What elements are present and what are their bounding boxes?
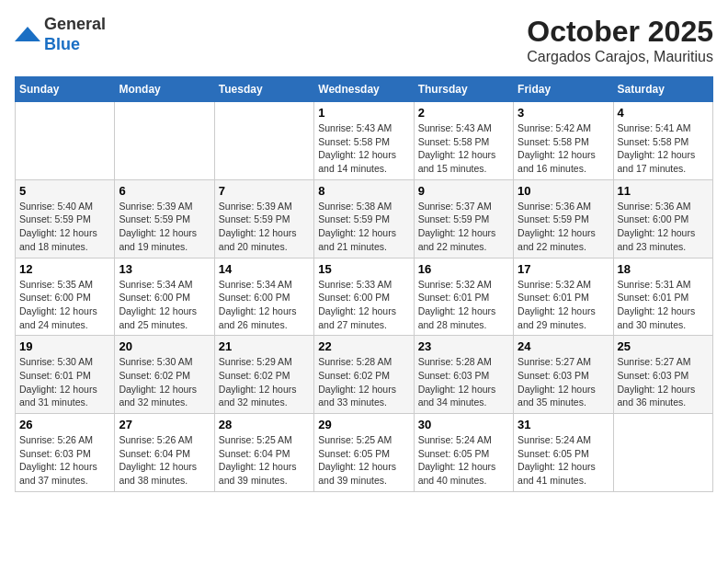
day-cell: 25Sunrise: 5:27 AM Sunset: 6:03 PM Dayli… [613, 336, 712, 414]
day-info: Sunrise: 5:27 AM Sunset: 6:03 PM Dayligh… [618, 355, 709, 409]
day-info: Sunrise: 5:42 AM Sunset: 5:58 PM Dayligh… [518, 121, 609, 176]
day-cell: 7Sunrise: 5:39 AM Sunset: 5:59 PM Daylig… [214, 179, 313, 258]
day-info: Sunrise: 5:32 AM Sunset: 6:01 PM Dayligh… [518, 278, 609, 332]
day-number: 23 [418, 339, 509, 353]
day-number: 13 [119, 262, 210, 276]
day-number: 4 [618, 106, 709, 120]
day-info: Sunrise: 5:27 AM Sunset: 6:03 PM Dayligh… [518, 355, 609, 409]
day-number: 21 [219, 339, 310, 353]
day-cell: 18Sunrise: 5:31 AM Sunset: 6:01 PM Dayli… [613, 258, 712, 336]
header-cell-friday: Friday [514, 77, 613, 102]
day-info: Sunrise: 5:26 AM Sunset: 6:03 PM Dayligh… [19, 433, 110, 488]
day-info: Sunrise: 5:43 AM Sunset: 5:58 PM Dayligh… [318, 121, 409, 176]
day-cell: 6Sunrise: 5:39 AM Sunset: 5:59 PM Daylig… [115, 179, 214, 258]
day-info: Sunrise: 5:28 AM Sunset: 6:03 PM Dayligh… [418, 355, 509, 409]
day-number: 1 [318, 106, 409, 120]
day-cell [613, 414, 712, 492]
day-number: 19 [19, 339, 110, 353]
day-number: 25 [618, 339, 709, 353]
day-info: Sunrise: 5:43 AM Sunset: 5:58 PM Dayligh… [418, 121, 509, 176]
day-cell [115, 102, 214, 180]
day-cell: 8Sunrise: 5:38 AM Sunset: 5:59 PM Daylig… [314, 179, 414, 258]
day-info: Sunrise: 5:25 AM Sunset: 6:04 PM Dayligh… [219, 433, 310, 488]
day-info: Sunrise: 5:29 AM Sunset: 6:02 PM Dayligh… [219, 355, 310, 409]
day-cell: 17Sunrise: 5:32 AM Sunset: 6:01 PM Dayli… [514, 258, 613, 336]
day-cell: 2Sunrise: 5:43 AM Sunset: 5:58 PM Daylig… [414, 102, 513, 180]
day-info: Sunrise: 5:28 AM Sunset: 6:02 PM Dayligh… [318, 355, 409, 409]
day-info: Sunrise: 5:36 AM Sunset: 6:00 PM Dayligh… [618, 200, 709, 254]
day-cell: 30Sunrise: 5:24 AM Sunset: 6:05 PM Dayli… [414, 414, 513, 492]
logo-blue: Blue [44, 35, 80, 53]
day-number: 9 [418, 184, 509, 198]
day-cell: 3Sunrise: 5:42 AM Sunset: 5:58 PM Daylig… [514, 102, 613, 180]
week-row-5: 26Sunrise: 5:26 AM Sunset: 6:03 PM Dayli… [16, 414, 713, 492]
day-number: 26 [19, 418, 110, 431]
day-info: Sunrise: 5:40 AM Sunset: 5:59 PM Dayligh… [19, 200, 110, 254]
day-cell: 26Sunrise: 5:26 AM Sunset: 6:03 PM Dayli… [16, 414, 115, 492]
day-number: 16 [418, 262, 509, 276]
day-number: 3 [518, 106, 609, 120]
day-cell: 22Sunrise: 5:28 AM Sunset: 6:02 PM Dayli… [314, 336, 414, 414]
header-cell-sunday: Sunday [16, 77, 115, 102]
day-number: 11 [618, 184, 709, 198]
day-number: 29 [318, 418, 409, 431]
header-cell-wednesday: Wednesday [314, 77, 414, 102]
day-cell: 15Sunrise: 5:33 AM Sunset: 6:00 PM Dayli… [314, 258, 414, 336]
week-row-2: 5Sunrise: 5:40 AM Sunset: 5:59 PM Daylig… [16, 179, 713, 258]
day-info: Sunrise: 5:41 AM Sunset: 5:58 PM Dayligh… [618, 121, 709, 176]
day-cell: 21Sunrise: 5:29 AM Sunset: 6:02 PM Dayli… [214, 336, 313, 414]
day-cell: 27Sunrise: 5:26 AM Sunset: 6:04 PM Dayli… [115, 414, 214, 492]
day-cell: 24Sunrise: 5:27 AM Sunset: 6:03 PM Dayli… [514, 336, 613, 414]
day-number: 27 [119, 418, 210, 431]
day-cell: 11Sunrise: 5:36 AM Sunset: 6:00 PM Dayli… [613, 179, 712, 258]
header-cell-saturday: Saturday [613, 77, 712, 102]
header-cell-thursday: Thursday [414, 77, 513, 102]
logo: General Blue [15, 15, 106, 54]
day-info: Sunrise: 5:30 AM Sunset: 6:02 PM Dayligh… [119, 355, 210, 409]
day-cell: 10Sunrise: 5:36 AM Sunset: 5:59 PM Dayli… [514, 179, 613, 258]
day-number: 15 [318, 262, 409, 276]
day-info: Sunrise: 5:30 AM Sunset: 6:01 PM Dayligh… [19, 355, 110, 409]
logo-icon [15, 25, 40, 45]
calendar-body: 1Sunrise: 5:43 AM Sunset: 5:58 PM Daylig… [16, 102, 713, 492]
day-info: Sunrise: 5:37 AM Sunset: 5:59 PM Dayligh… [418, 200, 509, 254]
day-cell: 20Sunrise: 5:30 AM Sunset: 6:02 PM Dayli… [115, 336, 214, 414]
day-number: 24 [518, 339, 609, 353]
day-info: Sunrise: 5:26 AM Sunset: 6:04 PM Dayligh… [119, 433, 210, 488]
day-info: Sunrise: 5:31 AM Sunset: 6:01 PM Dayligh… [618, 278, 709, 332]
day-number: 6 [119, 184, 210, 198]
day-number: 10 [518, 184, 609, 198]
day-info: Sunrise: 5:33 AM Sunset: 6:00 PM Dayligh… [318, 278, 409, 332]
day-cell: 5Sunrise: 5:40 AM Sunset: 5:59 PM Daylig… [16, 179, 115, 258]
svg-rect-1 [24, 34, 31, 41]
day-cell: 9Sunrise: 5:37 AM Sunset: 5:59 PM Daylig… [414, 179, 513, 258]
day-info: Sunrise: 5:36 AM Sunset: 5:59 PM Dayligh… [518, 200, 609, 254]
day-info: Sunrise: 5:35 AM Sunset: 6:00 PM Dayligh… [19, 278, 110, 332]
day-number: 18 [618, 262, 709, 276]
day-number: 30 [418, 418, 509, 431]
day-number: 20 [119, 339, 210, 353]
day-info: Sunrise: 5:34 AM Sunset: 6:00 PM Dayligh… [219, 278, 310, 332]
day-cell: 16Sunrise: 5:32 AM Sunset: 6:01 PM Dayli… [414, 258, 513, 336]
day-number: 12 [19, 262, 110, 276]
header-cell-monday: Monday [115, 77, 214, 102]
day-number: 17 [518, 262, 609, 276]
week-row-4: 19Sunrise: 5:30 AM Sunset: 6:01 PM Dayli… [16, 336, 713, 414]
day-cell: 31Sunrise: 5:24 AM Sunset: 6:05 PM Dayli… [514, 414, 613, 492]
week-row-3: 12Sunrise: 5:35 AM Sunset: 6:00 PM Dayli… [16, 258, 713, 336]
title-block: October 2025 Cargados Carajos, Mauritius [527, 15, 713, 65]
day-cell: 14Sunrise: 5:34 AM Sunset: 6:00 PM Dayli… [214, 258, 313, 336]
day-number: 28 [219, 418, 310, 431]
day-info: Sunrise: 5:25 AM Sunset: 6:05 PM Dayligh… [318, 433, 409, 488]
day-info: Sunrise: 5:39 AM Sunset: 5:59 PM Dayligh… [219, 200, 310, 254]
day-info: Sunrise: 5:39 AM Sunset: 5:59 PM Dayligh… [119, 200, 210, 254]
day-number: 7 [219, 184, 310, 198]
day-number: 31 [518, 418, 609, 431]
day-info: Sunrise: 5:24 AM Sunset: 6:05 PM Dayligh… [518, 433, 609, 488]
header-cell-tuesday: Tuesday [214, 77, 313, 102]
day-number: 8 [318, 184, 409, 198]
day-info: Sunrise: 5:32 AM Sunset: 6:01 PM Dayligh… [418, 278, 509, 332]
day-cell: 19Sunrise: 5:30 AM Sunset: 6:01 PM Dayli… [16, 336, 115, 414]
month-title: October 2025 [527, 15, 713, 49]
logo-text: General Blue [44, 15, 106, 54]
